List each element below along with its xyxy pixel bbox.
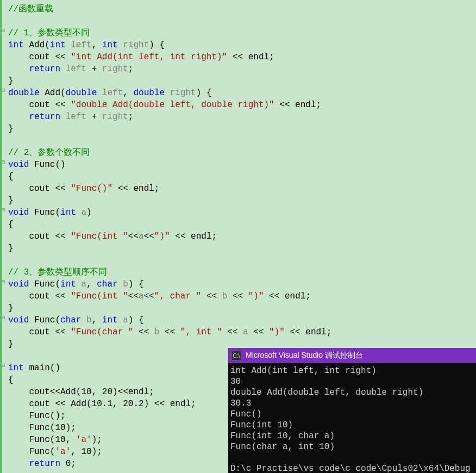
console-line: 30.3 <box>230 399 251 408</box>
console-line: D:\c Practise\vs code\c code\Cpuls02\x64… <box>230 464 471 473</box>
fold-toggle-icon[interactable]: ⊟ <box>2 159 5 165</box>
console-line: Func(int 10) <box>230 420 293 430</box>
console-line: Func(char a, int 10) <box>230 442 335 452</box>
fold-toggle-icon[interactable]: ⊟ <box>2 27 5 34</box>
comment: // 1、参数类型不同 <box>8 28 90 38</box>
fold-toggle-icon[interactable]: ⊟ <box>2 207 5 213</box>
fold-gutter[interactable]: ⊟ ⊟ ⊟ ⊟ ⊟ ⊟ ⊟ <box>0 0 8 473</box>
comment: //函数重载 <box>8 4 53 14</box>
fold-toggle-icon[interactable]: ⊟ <box>2 362 5 369</box>
console-output[interactable]: int Add(int left, int right) 30 double A… <box>228 363 476 473</box>
console-line: Func() <box>230 409 262 419</box>
console-titlebar[interactable]: C:\ Microsoft Visual Studio 调试控制台 <box>228 348 476 363</box>
console-line: int Add(int left, int right) <box>230 366 377 376</box>
fold-toggle-icon[interactable]: ⊟ <box>2 87 5 94</box>
fold-toggle-icon[interactable]: ⊟ <box>2 314 5 321</box>
comment: // 2、参数个数不同 <box>8 148 90 158</box>
debug-console-window[interactable]: C:\ Microsoft Visual Studio 调试控制台 int Ad… <box>228 348 476 473</box>
console-line: double Add(double left, double right) <box>230 388 423 397</box>
console-line: Func(int 10, char a) <box>230 431 335 441</box>
comment: // 3、参数类型顺序不同 <box>8 267 107 277</box>
console-line: 30 <box>230 377 241 387</box>
console-title-text: Microsoft Visual Studio 调试控制台 <box>246 351 363 360</box>
fold-toggle-icon[interactable]: ⊟ <box>2 278 5 285</box>
terminal-icon: C:\ <box>231 351 241 360</box>
